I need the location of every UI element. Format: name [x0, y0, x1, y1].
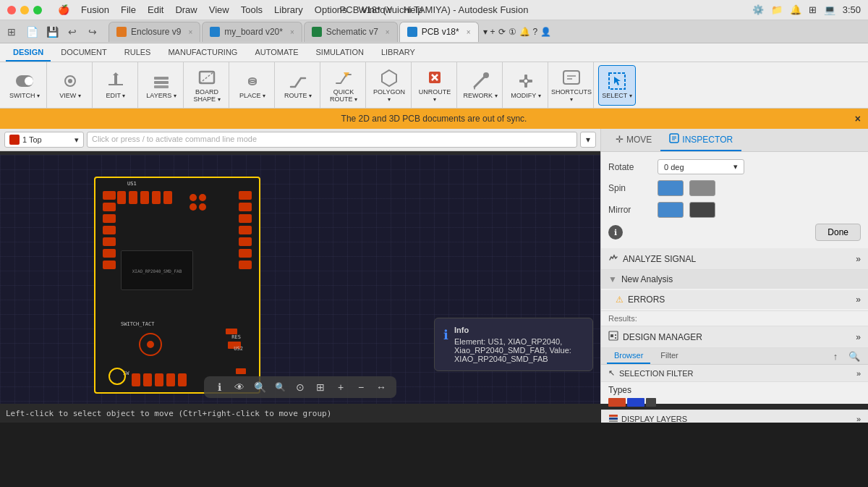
tool-edit[interactable]: EDIT ▾ [97, 65, 135, 106]
apple-menu[interactable]: 🍎 [58, 4, 69, 15]
tool-unroute[interactable]: UNROUTE ▾ [416, 65, 454, 106]
category-library[interactable]: LIBRARY [374, 43, 422, 62]
spin-color-a[interactable] [658, 180, 684, 196]
tab-my-board[interactable]: my_board v20* × [202, 22, 302, 42]
tool-polygon[interactable]: POLYGON ▾ [370, 65, 408, 106]
analyze-signal-header[interactable]: ANALYZE SIGNAL » [601, 248, 868, 269]
canvas-area[interactable]: 1 Top ▾ Click or press / to activate com… [0, 129, 600, 404]
undo-button[interactable]: ↩ [64, 23, 81, 41]
tab-close-pcb[interactable]: × [467, 28, 471, 36]
zoom-fit-button[interactable]: ⊙ [292, 379, 308, 395]
layers-icon [151, 71, 171, 91]
maximize-traffic-light[interactable] [33, 6, 42, 14]
apps-button[interactable]: ⊞ [3, 23, 20, 41]
category-design[interactable]: DESIGN [6, 43, 51, 62]
tool-route[interactable]: ROUTE ▾ [279, 65, 317, 106]
tab-close-enclosure[interactable]: × [188, 28, 192, 36]
notifications-button[interactable]: 🔔 [519, 27, 530, 37]
category-simulation[interactable]: SIMULATION [309, 43, 371, 62]
spin-label: Spin [608, 183, 652, 193]
switch-icon [14, 71, 35, 91]
info-button[interactable]: ℹ [211, 379, 227, 395]
tool-group-switch: SWITCH ▾ [3, 62, 47, 108]
file-menu[interactable]: File [121, 4, 136, 15]
remove-button[interactable]: − [353, 379, 369, 395]
tool-shortcuts[interactable]: SHORTCUTS ▾ [553, 65, 590, 106]
tool-board-shape[interactable]: BOARD SHAPE ▾ [188, 65, 226, 106]
tab-close-my-board[interactable]: × [290, 28, 294, 36]
svg-point-21 [483, 72, 489, 78]
cmd-input-field[interactable]: Click or press / to activate command lin… [87, 132, 577, 148]
selector-row: 1 Top ▾ Click or press / to activate com… [0, 129, 600, 151]
layer-dropdown[interactable]: 1 Top ▾ [4, 132, 84, 148]
selection-filter-header[interactable]: ↖ SELECTION FILTER » [601, 365, 868, 381]
done-button[interactable]: Done [815, 224, 861, 241]
tab-filter[interactable]: Filter [653, 348, 685, 364]
close-traffic-light[interactable] [7, 6, 16, 14]
zoom-out-button[interactable]: 🔍 [272, 379, 288, 395]
category-manufacturing[interactable]: MANUFACTURING [161, 43, 244, 62]
tool-layers[interactable]: LAYERS ▾ [142, 65, 180, 106]
visibility-button[interactable]: 👁 [231, 379, 247, 395]
mirror-color-a[interactable] [658, 202, 684, 218]
window-menu[interactable]: Window [359, 4, 392, 15]
edit-menu[interactable]: Edit [148, 4, 163, 15]
tool-select[interactable]: SELECT ▾ [598, 65, 636, 106]
category-rules[interactable]: RULES [117, 43, 158, 62]
tools-menu[interactable]: Tools [241, 4, 263, 15]
category-automate[interactable]: AUTOMATE [247, 43, 305, 62]
mac-menu-bar: 🍎 Fusion File Edit Draw View Tools Libra… [58, 4, 423, 15]
rotate-select[interactable]: 0 deg ▾ [658, 159, 744, 174]
clock-history-button[interactable]: ① [509, 27, 516, 37]
tool-place[interactable]: PLACE ▾ [234, 65, 271, 106]
add-button[interactable]: + [333, 379, 349, 395]
zoom-search-icon[interactable]: 🔍 [846, 348, 862, 364]
us2-label: US2 [234, 346, 243, 352]
grid-button[interactable]: ⊞ [312, 379, 328, 395]
tab-schematic[interactable]: Schematic v7 × [304, 22, 398, 42]
info-tooltip-content: Info Element: US1, XIAO_RP2040, Xiao_RP2… [454, 326, 584, 363]
tab-inspector[interactable]: INSPECTOR [660, 129, 741, 151]
tool-switch[interactable]: SWITCH ▾ [6, 65, 43, 106]
view-icon [60, 71, 80, 91]
new-analysis-header[interactable]: ▼ New Analysis [601, 270, 868, 289]
draw-menu[interactable]: Draw [175, 4, 197, 15]
library-menu[interactable]: Library [274, 4, 303, 15]
tab-browser[interactable]: Browser [607, 348, 650, 364]
errors-header[interactable]: ⚠ ERRORS » [601, 290, 868, 309]
minimize-traffic-light[interactable] [20, 6, 29, 14]
pcb-canvas[interactable]: US1 [0, 155, 600, 404]
tab-move[interactable]: ✛ MOVE [607, 130, 660, 151]
tool-view[interactable]: VIEW ▾ [51, 65, 89, 106]
info-circle-button[interactable]: ℹ [608, 225, 623, 240]
mirror-color-b[interactable] [689, 202, 715, 218]
category-document[interactable]: DOCUMENT [54, 43, 114, 62]
svg-point-1 [25, 77, 33, 85]
tool-rework[interactable]: REWORK ▾ [461, 65, 499, 106]
tab-enclosure[interactable]: Enclosure v9 × [109, 22, 200, 42]
cmd-dropdown-button[interactable]: ▾ [580, 132, 596, 148]
arrow-up-icon[interactable]: ↑ [827, 348, 843, 364]
fusion-menu[interactable]: Fusion [81, 4, 109, 15]
user-avatar[interactable]: 👤 [540, 27, 551, 37]
notification-close[interactable]: × [855, 113, 861, 124]
help-menu[interactable]: Help [404, 4, 423, 15]
help-button[interactable]: ? [533, 27, 538, 37]
tool-quick-route[interactable]: QUICK ROUTE ▾ [325, 65, 362, 106]
design-manager-header[interactable]: DESIGN MANAGER » [601, 326, 868, 347]
new-tab-button[interactable]: 📄 [23, 23, 41, 41]
expand-button[interactable]: ↔ [373, 379, 389, 395]
spin-color-b[interactable] [689, 180, 715, 196]
tool-modify[interactable]: MODIFY ▾ [507, 65, 545, 106]
options-menu[interactable]: Options [315, 4, 347, 15]
zoom-in-button[interactable]: 🔍 [252, 379, 268, 395]
view-menu[interactable]: View [209, 4, 229, 15]
new-document-button[interactable]: + [490, 27, 495, 37]
refresh-button[interactable]: ⟳ [498, 27, 506, 37]
tab-close-schematic[interactable]: × [386, 28, 390, 36]
tab-pcb[interactable]: PCB v18* × [399, 22, 479, 42]
redo-button[interactable]: ↪ [84, 23, 101, 41]
display-layers-section[interactable]: DISPLAY LAYERS » [601, 410, 868, 423]
chevron-down-button[interactable]: ▾ [483, 27, 488, 37]
save-button[interactable]: 💾 [43, 23, 61, 41]
